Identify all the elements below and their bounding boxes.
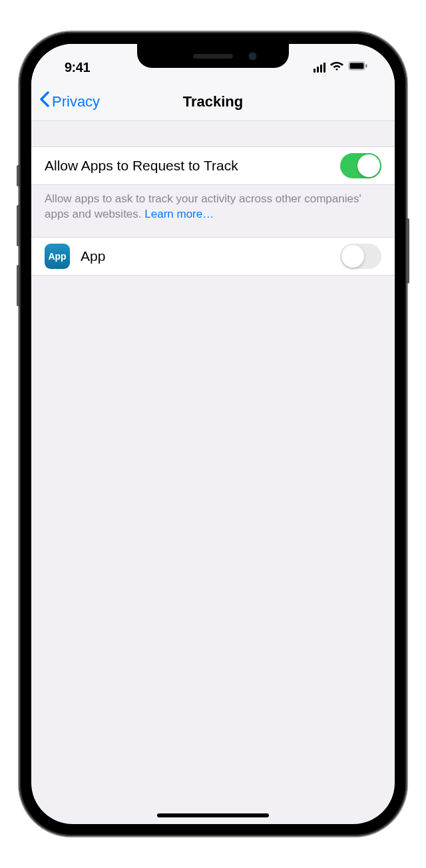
navigation-bar: Privacy Tracking: [31, 83, 395, 121]
allow-tracking-row: Allow Apps to Request to Track: [31, 146, 395, 185]
back-label: Privacy: [52, 93, 100, 110]
tracking-description: Allow apps to ask to track your activity…: [31, 185, 395, 237]
allow-tracking-toggle[interactable]: [340, 153, 381, 178]
phone-notch: [137, 44, 289, 68]
back-button[interactable]: Privacy: [39, 93, 100, 110]
app-icon: App: [45, 244, 70, 269]
phone-screen: 9:41: [31, 44, 395, 824]
allow-tracking-label: Allow Apps to Request to Track: [45, 158, 340, 174]
settings-content: Allow Apps to Request to Track Allow app…: [31, 121, 395, 276]
app-name-label: App: [81, 248, 340, 264]
learn-more-link[interactable]: Learn more…: [144, 208, 214, 220]
cellular-signal-icon: [312, 63, 325, 73]
status-icons: [312, 61, 368, 74]
battery-icon: [348, 61, 368, 73]
app-tracking-row: App App: [31, 237, 395, 276]
status-time: 9:41: [65, 60, 90, 75]
home-indicator[interactable]: [157, 813, 269, 817]
phone-power-button: [407, 218, 409, 284]
app-tracking-toggle[interactable]: [340, 244, 381, 269]
phone-device-frame: 9:41: [19, 32, 407, 836]
wifi-icon: [329, 61, 344, 74]
svg-rect-2: [366, 65, 367, 68]
svg-rect-1: [350, 63, 364, 69]
chevron-left-icon: [39, 91, 49, 110]
phone-side-buttons: [17, 165, 19, 325]
page-title: Tracking: [183, 93, 243, 110]
